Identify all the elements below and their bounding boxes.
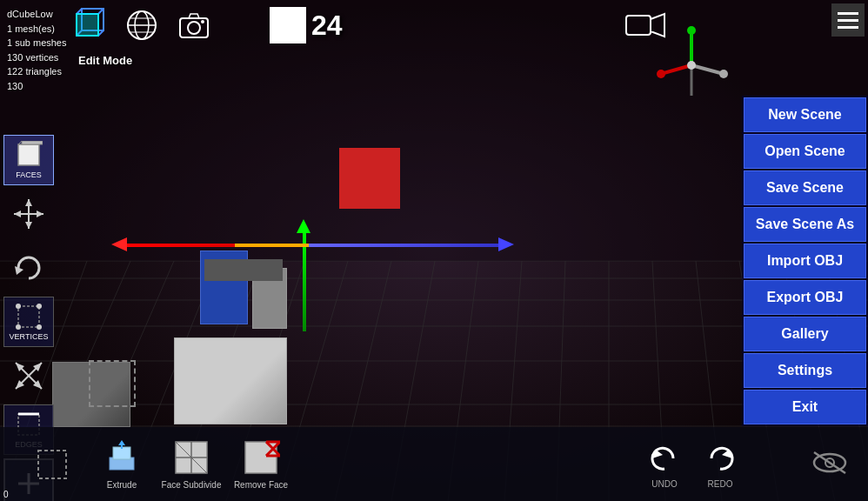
redo-label: REDO: [708, 479, 733, 489]
svg-point-65: [37, 304, 42, 309]
viewport: [0, 0, 868, 501]
svg-marker-41: [77, 14, 98, 36]
svg-marker-60: [14, 210, 21, 217]
svg-marker-82: [118, 440, 125, 445]
undo-button[interactable]: UNDO: [645, 439, 684, 489]
face-subdivide-tool-button[interactable]: Face Subdivide: [157, 431, 226, 497]
svg-rect-50: [626, 16, 651, 35]
right-menu: New Scene Open Scene Save Scene Save Sce…: [742, 96, 868, 426]
world-mode-button[interactable]: [120, 3, 164, 47]
svg-point-49: [201, 20, 204, 23]
svg-rect-78: [38, 451, 66, 478]
hamburger-bar-1: [838, 12, 858, 15]
vertices-tool-button[interactable]: VERTICES: [3, 297, 54, 347]
grid-background: [0, 0, 868, 501]
scale-tool-button[interactable]: [3, 351, 54, 401]
frame-number: 24: [311, 10, 343, 42]
bottom-toolbar: Extrude Face Subdivide Remove Face: [0, 427, 868, 501]
svg-point-67: [37, 324, 42, 330]
face-subdivide-label: Face Subdivide: [162, 480, 222, 490]
export-obj-button[interactable]: Export OBJ: [744, 280, 866, 315]
svg-marker-59: [25, 222, 32, 229]
select-tool-icon: [33, 445, 71, 484]
vertices-label: VERTICES: [10, 332, 49, 341]
svg-rect-63: [18, 306, 39, 327]
svg-marker-61: [37, 210, 43, 217]
remove-face-label: Remove Face: [234, 480, 288, 490]
face-subdivide-icon: [172, 438, 210, 477]
svg-marker-58: [25, 199, 32, 206]
hamburger-bar-3: [838, 26, 858, 29]
new-scene-button[interactable]: New Scene: [744, 97, 866, 132]
camera-snapshot-button[interactable]: [172, 3, 216, 47]
undo-redo-group: UNDO REDO: [645, 439, 739, 489]
hamburger-menu-button[interactable]: [831, 3, 865, 37]
exit-button[interactable]: Exit: [744, 390, 866, 424]
gallery-button[interactable]: Gallery: [744, 317, 866, 351]
svg-point-66: [16, 324, 21, 330]
move-tool-button[interactable]: [3, 189, 54, 239]
redo-button[interactable]: REDO: [701, 439, 739, 489]
faces-tool-button[interactable]: FACES: [3, 135, 54, 185]
remove-face-tool-button[interactable]: Remove Face: [226, 431, 296, 497]
faces-label: FACES: [16, 170, 42, 179]
svg-point-48: [188, 22, 200, 34]
extrude-label: Extrude: [107, 480, 137, 490]
rotate-tool-button[interactable]: [3, 243, 54, 293]
svg-point-30: [657, 70, 665, 78]
settings-button[interactable]: Settings: [744, 353, 866, 388]
select-tool-button[interactable]: [17, 431, 87, 497]
open-scene-button[interactable]: Open Scene: [744, 134, 866, 169]
svg-point-64: [16, 304, 21, 309]
save-scene-button[interactable]: Save Scene: [744, 170, 866, 205]
svg-rect-55: [22, 141, 43, 144]
svg-rect-80: [113, 447, 130, 459]
svg-line-29: [661, 65, 691, 74]
mesh-mode-button[interactable]: [68, 3, 111, 47]
import-obj-button[interactable]: Import OBJ: [744, 244, 866, 278]
frame-counter: 24: [270, 7, 343, 43]
svg-point-34: [687, 61, 696, 70]
frame-box: [270, 7, 306, 43]
top-left-toolbar: [68, 3, 216, 47]
svg-marker-51: [651, 14, 664, 37]
svg-point-32: [719, 70, 728, 78]
coordinate-display: 0: [3, 490, 9, 499]
extrude-tool-icon: [103, 438, 141, 477]
visibility-toggle-button[interactable]: [809, 447, 851, 482]
remove-face-icon: [242, 438, 280, 477]
svg-point-28: [687, 26, 696, 35]
svg-line-31: [691, 65, 724, 74]
svg-rect-52: [18, 144, 39, 165]
hamburger-bar-2: [838, 19, 858, 22]
video-camera-area[interactable]: [624, 10, 666, 45]
edit-mode-label: Edit Mode: [78, 54, 132, 67]
extrude-tool-button[interactable]: Extrude: [87, 431, 157, 497]
undo-label: UNDO: [651, 479, 677, 489]
save-scene-as-button[interactable]: Save Scene As: [744, 207, 866, 242]
